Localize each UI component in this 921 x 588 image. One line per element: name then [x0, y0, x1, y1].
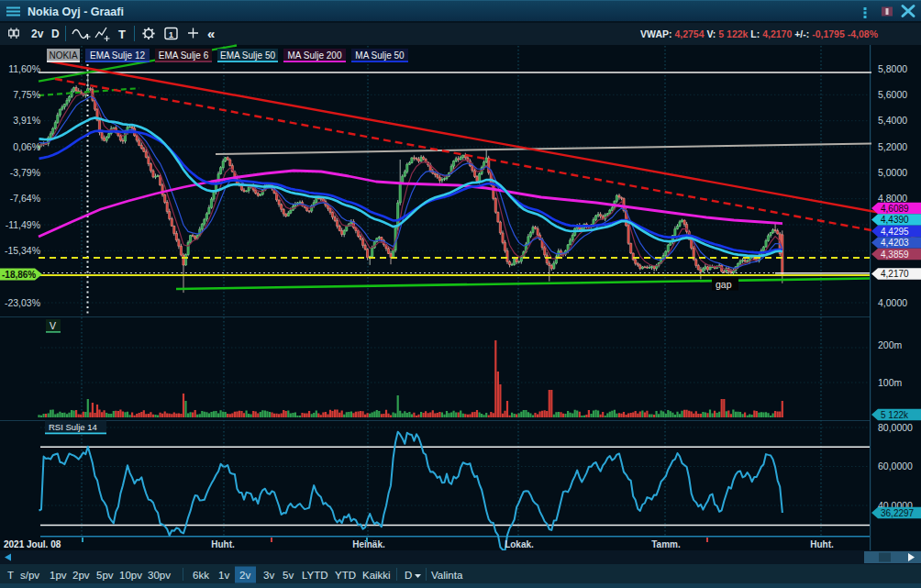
svg-text:30pv: 30pv [148, 570, 171, 581]
svg-text:Heinäk.: Heinäk. [352, 539, 385, 549]
svg-text:RSI Sulje 14: RSI Sulje 14 [49, 422, 97, 432]
svg-text:gap: gap [716, 279, 732, 290]
svg-text:4,8000: 4,8000 [878, 193, 907, 204]
svg-text:5v: 5v [283, 570, 294, 581]
svg-text:4,4390: 4,4390 [881, 215, 909, 225]
svg-text:Nokia Oyj - Graafi: Nokia Oyj - Graafi [28, 6, 124, 18]
svg-text:LYTD: LYTD [302, 570, 328, 581]
svg-text:5,8000: 5,8000 [878, 63, 907, 74]
svg-text:5,4000: 5,4000 [878, 115, 907, 126]
svg-text:T: T [7, 570, 14, 581]
svg-text:5,2000: 5,2000 [878, 141, 907, 152]
svg-text:4,0000: 4,0000 [878, 297, 907, 308]
svg-text:2021 Joul. 08: 2021 Joul. 08 [4, 539, 61, 549]
svg-text:200m: 200m [878, 339, 903, 350]
svg-text:5 122k: 5 122k [881, 410, 909, 420]
svg-text:EMA Sulje 6: EMA Sulje 6 [159, 50, 209, 61]
svg-text:-3,79%: -3,79% [10, 167, 40, 178]
svg-text:1v: 1v [218, 570, 229, 581]
svg-text:D: D [51, 28, 60, 40]
svg-text:-11,49%: -11,49% [6, 219, 40, 230]
svg-text:11,60%: 11,60% [8, 63, 40, 74]
svg-text:Huht.: Huht. [211, 539, 235, 549]
svg-text:5,0000: 5,0000 [878, 167, 907, 178]
svg-text:2v: 2v [239, 570, 250, 581]
svg-text:EMA Sulje 50: EMA Sulje 50 [220, 50, 275, 61]
svg-text:Tamm.: Tamm. [651, 539, 681, 549]
svg-text:5pv: 5pv [96, 570, 114, 581]
svg-text:MA Sulje 200: MA Sulje 200 [288, 50, 342, 61]
svg-text:-23,03%: -23,03% [5, 297, 40, 308]
svg-text:s/pv: s/pv [20, 570, 39, 581]
svg-text:4,2170: 4,2170 [881, 269, 909, 279]
svg-text:NOKIA: NOKIA [49, 50, 77, 61]
svg-text:-15,34%: -15,34% [5, 245, 40, 256]
svg-text:Kaikki: Kaikki [362, 570, 391, 581]
svg-text:MA Sulje 50: MA Sulje 50 [355, 50, 405, 61]
svg-text:36,2297: 36,2297 [881, 508, 915, 518]
svg-text:Valinta: Valinta [431, 570, 463, 581]
svg-text:VWAP: 4,2754 V: 5 122k L: 4,: VWAP: 4,2754 V: 5 122k L: 4,2170 +/-: -0… [640, 28, 879, 39]
svg-text:EMA Sulje 12: EMA Sulje 12 [90, 50, 145, 61]
svg-text:4,3859: 4,3859 [881, 250, 909, 260]
svg-text:2pv: 2pv [72, 570, 90, 581]
svg-text:-18,86%: -18,86% [2, 270, 36, 280]
svg-text:Huht.: Huht. [810, 539, 834, 549]
svg-text:3v: 3v [263, 570, 274, 581]
svg-text:7,75%: 7,75% [13, 89, 40, 100]
svg-text:-7,64%: -7,64% [10, 193, 40, 204]
svg-text:V: V [50, 320, 56, 331]
svg-text:1pv: 1pv [50, 570, 67, 581]
svg-text:D: D [405, 570, 412, 581]
svg-text:«: « [207, 26, 215, 41]
svg-text:1: 1 [169, 30, 173, 39]
svg-text:0,06%: 0,06% [13, 141, 40, 152]
svg-text:4,4295: 4,4295 [881, 227, 909, 237]
svg-text:80,0000: 80,0000 [878, 422, 913, 433]
svg-text:100m: 100m [878, 377, 903, 388]
svg-text:2v: 2v [31, 28, 44, 40]
svg-text:6kk: 6kk [193, 570, 209, 581]
svg-text:4,6089: 4,6089 [881, 204, 909, 214]
svg-text:10pv: 10pv [119, 570, 142, 581]
svg-text:60,0000: 60,0000 [878, 460, 913, 472]
svg-text:T: T [118, 28, 126, 41]
svg-text:4,4203: 4,4203 [881, 238, 909, 248]
svg-text:YTD: YTD [335, 570, 356, 581]
svg-text:5,6000: 5,6000 [878, 89, 907, 100]
svg-text:Lokak.: Lokak. [505, 539, 534, 549]
svg-text:3,91%: 3,91% [13, 115, 40, 126]
